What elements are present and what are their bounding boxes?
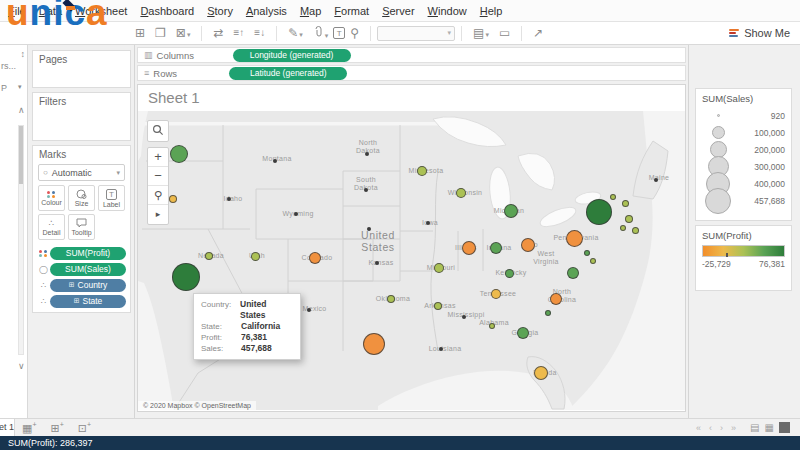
new-worksheet-tab-button[interactable]: ▦+	[22, 421, 37, 435]
map-mark-colorado[interactable]	[309, 252, 321, 264]
resize-handle-icon[interactable]: ↕	[21, 49, 26, 59]
map-mark-vermont[interactable]	[610, 194, 616, 200]
map-mark-kentucky[interactable]	[505, 269, 514, 278]
group-members-icon[interactable]: ▾	[313, 26, 329, 40]
map-mark-new-york[interactable]	[586, 199, 612, 225]
menu-item-data[interactable]: Data	[39, 5, 62, 17]
map-mark-rhode-island[interactable]	[632, 227, 639, 234]
map-search-button[interactable]	[147, 120, 169, 142]
state-dot-mississippi[interactable]	[462, 315, 466, 319]
state-dot-north-dakota[interactable]	[365, 152, 369, 156]
fix-map-pin-icon[interactable]: ⚲	[350, 27, 359, 39]
map-mark-nevada[interactable]	[205, 252, 213, 260]
scroll-down-icon[interactable]: ∨	[18, 361, 25, 371]
columns-shelf[interactable]: ▥ Columns Longitude (generated)	[137, 47, 686, 63]
sort-descending-icon[interactable]: ≡↓	[254, 28, 265, 38]
menu-item-dashboard[interactable]: Dashboard	[140, 5, 194, 17]
map-mark-oklahoma[interactable]	[387, 295, 395, 303]
colour-button[interactable]: Colour	[38, 185, 65, 211]
pill-latitude[interactable]: Latitude (generated)	[229, 67, 347, 80]
map-mark-alabama[interactable]	[489, 323, 495, 329]
pill-country[interactable]: ⊞Country	[50, 279, 126, 292]
zoom-out-button[interactable]: −	[148, 167, 168, 186]
map-mark-texas[interactable]	[363, 333, 385, 355]
map-mark-ohio[interactable]	[521, 238, 535, 252]
profit-color-legend[interactable]: SUM(Profit) -25,729 76,381	[695, 225, 792, 291]
duplicate-icon[interactable]: ❐	[155, 27, 166, 39]
data-pane-scrollbar[interactable]	[18, 125, 24, 355]
map-mark-minnesota[interactable]	[417, 166, 427, 176]
clear-sheet-icon[interactable]: ⊠▾	[176, 27, 191, 39]
size-button[interactable]: Size	[68, 185, 95, 211]
share-icon[interactable]: ↗	[533, 27, 543, 39]
state-dot-south-dakota[interactable]	[364, 188, 368, 192]
swap-rows-columns-icon[interactable]: ⇄	[213, 27, 223, 39]
show-tabs-icon[interactable]: ▤	[750, 422, 759, 433]
state-dot-nebraska[interactable]	[367, 227, 371, 231]
fit-selector[interactable]: ▾	[377, 26, 455, 41]
new-story-tab-button[interactable]: ⊡+	[78, 421, 91, 435]
label-button[interactable]: T Label	[98, 185, 125, 211]
show-me-button[interactable]: Show Me	[729, 27, 790, 39]
map-mark-arkansas[interactable]	[434, 302, 442, 310]
map-mark-maryland[interactable]	[584, 250, 590, 256]
pill-sum-sales[interactable]: SUM(Sales)	[50, 263, 126, 276]
sort-ascending-icon[interactable]: ≡↑	[233, 28, 244, 38]
map-mark-florida[interactable]	[534, 366, 548, 380]
map-mark-california[interactable]	[172, 263, 200, 291]
map-mark-missouri[interactable]	[434, 263, 444, 273]
presentation-mode-icon[interactable]: ▭	[499, 27, 510, 39]
map-mark-washington[interactable]	[170, 145, 188, 163]
filters-shelf[interactable]: Filters	[32, 92, 131, 141]
menu-item-worksheet[interactable]: Worksheet	[75, 5, 127, 17]
state-dot-maine[interactable]	[654, 178, 658, 182]
state-dot-kansas[interactable]	[375, 261, 379, 265]
menu-item-format[interactable]: Format	[334, 5, 369, 17]
detail-button[interactable]: ∴ Detail	[38, 214, 65, 240]
map-mark-wisconsin[interactable]	[456, 188, 466, 198]
state-dot-idaho[interactable]	[227, 197, 231, 201]
show-hide-cards-icon[interactable]: ▤▾	[473, 27, 489, 39]
scroll-up-icon[interactable]: ∧	[18, 105, 25, 115]
zoom-in-button[interactable]: +	[148, 148, 168, 167]
map-mark-illinois[interactable]	[462, 241, 476, 255]
sales-size-legend[interactable]: SUM(Sales) 920100,000200,000300,000400,0…	[695, 88, 792, 221]
state-dot-iowa[interactable]	[426, 221, 430, 225]
map-view[interactable]: MontanaNorth DakotaSouth DakotaMinnesota…	[138, 111, 685, 410]
pill-state[interactable]: ⊞State	[50, 295, 126, 308]
new-dashboard-tab-button[interactable]: ⊞+	[51, 421, 64, 435]
menu-item-server[interactable]: Server	[382, 5, 414, 17]
map-mark-georgia[interactable]	[517, 327, 529, 339]
prev-tab-icon[interactable]: ‹	[709, 423, 712, 433]
dropdown-caret-icon[interactable]: ▾	[18, 83, 22, 91]
next-tab-icon[interactable]: ›	[720, 423, 723, 433]
state-dot-wyoming[interactable]	[294, 212, 298, 216]
menu-item-map[interactable]: Map	[300, 5, 321, 17]
show-filmstrip-icon[interactable]: ▦	[765, 422, 774, 433]
map-mark-utah[interactable]	[251, 252, 260, 261]
map-mark-virginia[interactable]	[567, 267, 579, 279]
map-mark-new-hampshire[interactable]	[622, 200, 629, 207]
mark-type-dropdown[interactable]: ○ Automatic ▾	[38, 164, 125, 181]
new-worksheet-icon[interactable]: ⊞	[135, 27, 145, 39]
state-dot-montana[interactable]	[273, 159, 277, 163]
pin-button[interactable]: ⚲	[148, 186, 168, 205]
map-mark-north-carolina[interactable]	[550, 293, 562, 305]
pill-sum-profit[interactable]: SUM(Profit)	[50, 247, 126, 260]
last-tab-icon[interactable]: »	[731, 423, 736, 433]
show-mark-labels-icon[interactable]: T	[333, 27, 345, 39]
menu-item-analysis[interactable]: Analysis	[246, 5, 287, 17]
state-dot-louisiana[interactable]	[439, 347, 443, 351]
map-mark-tennessee[interactable]	[491, 289, 501, 299]
pages-shelf[interactable]: Pages	[32, 50, 131, 88]
rows-shelf[interactable]: ≡ Rows Latitude (generated)	[137, 65, 686, 81]
map-mark-pennsylvania[interactable]	[566, 230, 583, 247]
sheet-tab[interactable]: Sheet 1	[0, 419, 15, 436]
pill-longitude[interactable]: Longitude (generated)	[233, 49, 351, 62]
first-tab-icon[interactable]: «	[696, 423, 701, 433]
menu-item-story[interactable]: Story	[207, 5, 233, 17]
menu-item-window[interactable]: Window	[428, 5, 467, 17]
map-mark-indiana[interactable]	[490, 242, 502, 254]
highlight-icon[interactable]: ✎▾	[288, 27, 303, 39]
menu-item-help[interactable]: Help	[480, 5, 503, 17]
